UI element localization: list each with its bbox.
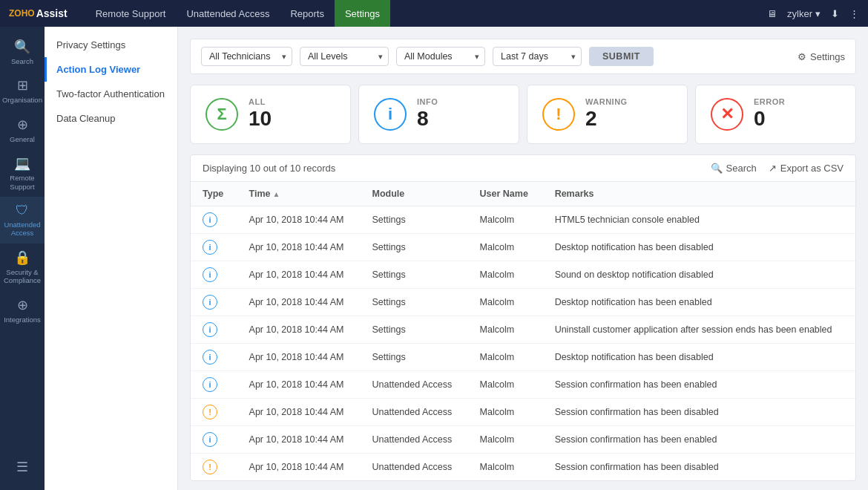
cell-module-4: Settings [361,316,468,343]
search-action[interactable]: 🔍 Search [711,163,757,174]
sidebar-item-remote-support[interactable]: 💻 Remote Support [0,149,45,197]
sidebar-general-label: General [10,135,35,143]
integrations-icon: ⊕ [17,297,28,313]
nav-settings[interactable]: Settings [335,0,390,27]
date-select-wrapper: Last 7 days [493,47,582,66]
card-warning: ! WARNING 2 [527,85,688,144]
modules-select[interactable]: All Modules [396,47,485,66]
cell-module-9: Unattended Access [361,453,468,480]
col-time[interactable]: Time▲ [237,182,361,206]
records-section: Displaying 10 out of 10 records 🔍 Search… [190,154,856,481]
left-panel-privacy-settings[interactable]: Privacy Settings [45,33,177,57]
monitor-icon: 🖥 [767,8,777,19]
card-error-label: ERROR [754,97,785,106]
cell-module-2: Settings [361,261,468,288]
card-info: i INFO 8 [358,85,519,144]
records-header: Displaying 10 out of 10 records 🔍 Search… [191,155,855,182]
sidebar-item-organisation[interactable]: ⊞ Organisation [0,71,45,110]
cell-user-9: Malcolm [468,453,543,480]
cell-module-6: Unattended Access [361,370,468,398]
sidebar: 🔍 Search ⊞ Organisation ⊕ General 💻 Remo… [0,27,45,490]
type-icon-info: i [203,432,217,447]
top-navigation: ZOHO Assist Remote Support Unattended Ac… [0,0,868,27]
card-all-value: 10 [249,106,272,131]
sidebar-bottom-toggle[interactable]: ☰ [0,453,45,481]
cell-type-9: ! [191,453,237,480]
nav-reports[interactable]: Reports [280,0,335,27]
type-icon-info: i [203,240,217,255]
cell-user-4: Malcolm [468,316,543,343]
type-icon-info: i [203,212,217,227]
cell-type-4: i [191,316,237,343]
date-select[interactable]: Last 7 days [493,47,582,66]
sidebar-search-label: Search [11,57,33,65]
cell-time-0: Apr 10, 2018 10:44 AM [237,206,361,233]
download-icon[interactable]: ⬇ [831,8,839,19]
cell-user-6: Malcolm [468,370,543,398]
cell-remarks-5: Desktop notification has been disabled [543,343,855,370]
cell-remarks-0: HTML5 technician console enabled [543,206,855,233]
cell-remarks-1: Desktop notification has been disabled [543,233,855,261]
card-info-value: 8 [417,106,438,131]
table-row: i Apr 10, 2018 10:44 AM Settings Malcolm… [191,233,855,261]
export-icon: ↗ [769,163,777,174]
cell-type-5: i [191,343,237,370]
table-row: ! Apr 10, 2018 10:44 AM Unattended Acces… [191,398,855,425]
card-all: Σ ALL 10 [190,85,351,144]
notifications-icon[interactable]: ⋮ [849,8,859,19]
card-all-content: ALL 10 [249,97,272,131]
cell-type-2: i [191,261,237,288]
cell-remarks-4: Uninstall customer application after ses… [543,316,855,343]
export-label: Export as CSV [780,163,844,174]
table-row: i Apr 10, 2018 10:44 AM Settings Malcolm… [191,261,855,288]
top-nav-actions: 🖥 zylker ▾ ⬇ ⋮ [767,8,859,19]
cell-user-8: Malcolm [468,425,543,453]
card-warning-content: WARNING 2 [585,97,628,131]
technicians-select[interactable]: All Technicians [201,47,292,66]
submit-button[interactable]: SUBMIT [589,47,654,66]
user-menu[interactable]: zylker ▾ [787,8,821,19]
table-body: i Apr 10, 2018 10:44 AM Settings Malcolm… [191,206,855,480]
cell-time-9: Apr 10, 2018 10:44 AM [237,453,361,480]
cell-module-7: Unattended Access [361,398,468,425]
cell-user-7: Malcolm [468,398,543,425]
app-logo: ZOHO Assist [9,7,68,19]
cell-type-0: i [191,206,237,233]
user-name: zylker [787,8,812,19]
cell-type-3: i [191,288,237,316]
sidebar-item-security[interactable]: 🔒 Security & Compliance [0,244,45,291]
card-error-content: ERROR 0 [754,97,785,131]
sidebar-item-unattended-access[interactable]: 🛡 Unattended Access [0,197,45,244]
card-info-content: INFO 8 [417,97,438,131]
left-panel-two-factor[interactable]: Two-factor Authentication [45,82,177,106]
sidebar-item-general[interactable]: ⊕ General [0,111,45,149]
card-warning-value: 2 [585,106,628,131]
cell-module-1: Settings [361,233,468,261]
col-remarks: Remarks [543,182,855,206]
settings-link-label: Settings [810,51,845,62]
general-icon: ⊕ [17,117,28,133]
card-error-value: 0 [754,106,785,131]
cell-remarks-6: Session confirmation has been enabled [543,370,855,398]
modules-select-wrapper: All Modules [396,47,485,66]
records-count: Displaying 10 out of 10 records [203,163,335,174]
settings-gear-icon: ⚙ [798,51,806,62]
records-actions: 🔍 Search ↗ Export as CSV [711,163,844,174]
sidebar-item-search[interactable]: 🔍 Search [0,33,45,71]
settings-link[interactable]: ⚙ Settings [798,51,845,62]
cell-type-7: ! [191,398,237,425]
table-header: Type Time▲ Module User Name Remarks [191,182,855,206]
logo-assist: Assist [36,7,68,19]
log-table: Type Time▲ Module User Name Remarks i Ap… [191,182,855,480]
type-icon-info: i [203,350,217,365]
nav-remote-support[interactable]: Remote Support [85,0,177,27]
sidebar-item-integrations[interactable]: ⊕ Integrations [0,291,45,330]
nav-unattended-access[interactable]: Unattended Access [176,0,280,27]
export-csv-action[interactable]: ↗ Export as CSV [769,163,844,174]
left-panel-action-log[interactable]: Action Log Viewer [45,57,177,82]
levels-select[interactable]: All Levels [300,47,389,66]
left-panel-data-cleanup[interactable]: Data Cleanup [45,106,177,131]
sidebar-remote-support-label: Remote Support [3,174,42,191]
col-type: Type [191,182,237,206]
table-row: i Apr 10, 2018 10:44 AM Settings Malcolm… [191,316,855,343]
